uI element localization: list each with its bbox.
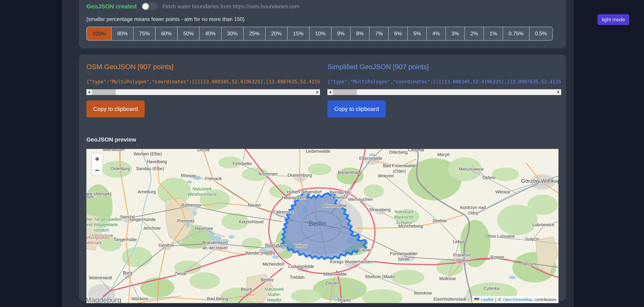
percent-button-100%[interactable]: 100% [87, 27, 111, 40]
svg-text:Zossen: Zossen [325, 280, 340, 286]
svg-text:Strausberg: Strausberg [369, 207, 390, 212]
scroll-left-icon[interactable] [86, 89, 92, 95]
openstreetmap-link[interactable]: OpenStreetMap [503, 297, 533, 302]
svg-text:Genthin: Genthin [158, 243, 174, 248]
zoom-in-button[interactable]: + [92, 153, 102, 164]
percent-button-1%[interactable]: 1% [484, 27, 503, 40]
svg-text:Oderberg: Oderberg [389, 150, 408, 155]
percent-button-60%[interactable]: 60% [155, 27, 177, 40]
svg-text:Rathenow: Rathenow [181, 202, 201, 208]
svg-text:Rhinow: Rhinow [181, 173, 196, 178]
svg-text:Hennigsdorf: Hennigsdorf [282, 195, 306, 200]
percent-button-20%[interactable]: 20% [265, 27, 287, 40]
simplified-copy-button[interactable]: Copy to clipboard [328, 100, 386, 117]
percent-button-9%[interactable]: 9% [331, 27, 350, 40]
ukraine-flag-icon [474, 298, 479, 301]
percent-button-80%[interactable]: 80% [111, 27, 133, 40]
svg-text:Berlin: Berlin [309, 220, 326, 227]
toggle-knob [142, 3, 149, 10]
osm-code-scrollbar[interactable] [86, 89, 320, 95]
svg-text:Teupitz: Teupitz [337, 297, 351, 302]
svg-text:Müncheberg: Müncheberg [398, 224, 423, 228]
svg-text:Werneuchen: Werneuchen [348, 197, 373, 202]
svg-text:ark (Altmark): ark (Altmark) [86, 191, 112, 196]
status-text: GeoJSON created [86, 3, 137, 10]
scrollbar-thumb[interactable] [92, 89, 116, 95]
scroll-right-icon[interactable] [315, 89, 320, 95]
osm-copy-button[interactable]: Copy to clipboard [86, 100, 145, 117]
percent-button-0.75%[interactable]: 0.75% [503, 27, 529, 40]
svg-text:Wriezen: Wriezen [378, 173, 394, 178]
svg-text:Potsdam: Potsdam [265, 242, 286, 249]
svg-text:Mittenwalde: Mittenwalde [323, 272, 347, 276]
scroll-right-icon[interactable] [556, 89, 561, 95]
svg-text:Möckern: Möckern [131, 296, 148, 301]
scrollbar-thumb[interactable] [333, 89, 357, 95]
svg-text:Hohen Neuendorf: Hohen Neuendorf [287, 189, 322, 194]
percent-button-7%[interactable]: 7% [369, 27, 388, 40]
svg-text:Michendorf: Michendorf [262, 262, 284, 266]
svg-text:Rzepin: Rzepin [490, 254, 504, 260]
svg-text:Bad Belzig: Bad Belzig [207, 296, 228, 301]
svg-text:Storkow (Mark): Storkow (Mark) [365, 274, 395, 279]
percent-button-4%[interactable]: 4% [426, 27, 446, 40]
svg-text:Tangerhütte: Tangerhütte [114, 237, 136, 242]
preview-label: GeoJSON preview [86, 136, 566, 143]
svg-text:Cedynia: Cedynia [408, 149, 424, 152]
percent-button-5%[interactable]: 5% [407, 27, 426, 40]
svg-text:Königs Wusterhausen: Königs Wusterhausen [330, 259, 373, 264]
simplified-code-scrollbar[interactable] [328, 89, 561, 95]
percent-button-15%[interactable]: 15% [287, 27, 309, 40]
zoom-out-button[interactable]: − [92, 164, 102, 176]
percent-button-10%[interactable]: 10% [309, 27, 331, 40]
settings-panel: GeoJSON created Fetch water boundaries f… [79, 0, 566, 48]
geojson-preview-map[interactable]: seeSeehausenWerben (Elbe)HavelbergOsterb… [86, 149, 558, 303]
attribution-separator: | [495, 297, 496, 302]
svg-text:Nauen: Nauen [248, 202, 261, 208]
water-boundaries-toggle[interactable] [142, 2, 158, 10]
percent-button-50%[interactable]: 50% [177, 27, 199, 40]
svg-text:Trebbin: Trebbin [290, 275, 304, 280]
svg-text:Ketzin/Havel: Ketzin/Havel [239, 219, 264, 224]
svg-text:Oranienburg: Oranienburg [288, 172, 312, 178]
svg-text:Cybinka: Cybinka [484, 286, 500, 291]
svg-text:Wolmirstedt: Wolmirstedt [89, 275, 112, 280]
svg-text:Jerichow: Jerichow [143, 226, 160, 230]
contributors-text: contributors [534, 297, 556, 302]
percent-button-0.5%[interactable]: 0.5% [529, 27, 552, 40]
svg-text:Ośno Lubuskie: Ośno Lubuskie [486, 234, 515, 239]
light-mode-button[interactable]: light mode [598, 14, 629, 25]
svg-text:Ludwigsfelde: Ludwigsfelde [288, 264, 314, 269]
leaflet-link[interactable]: Leaflet [481, 297, 494, 302]
svg-text:Sandau (Elbe): Sandau (Elbe) [136, 166, 164, 171]
content-wrapper: GeoJSON created Fetch water boundaries f… [62, 0, 574, 307]
svg-text:Beeskow: Beeskow [414, 290, 432, 296]
svg-text:Seehausen: Seehausen [102, 149, 124, 152]
percent-button-25%[interactable]: 25% [243, 27, 265, 40]
percent-group: 100%80%75%60%50%40%30%25%20%15%10%9%8%7%… [86, 27, 553, 40]
svg-text:Witnica: Witnica [495, 189, 510, 194]
map-attribution: Leaflet | © OpenStreetMap contributors [472, 296, 558, 303]
svg-text:Premnitz: Premnitz [177, 218, 195, 224]
scroll-left-icon[interactable] [328, 89, 332, 95]
simplified-geojson-title: Simplified GeoJSON [907 points] [328, 63, 561, 71]
svg-text:Beelitz: Beelitz [261, 277, 274, 282]
percent-button-6%[interactable]: 6% [388, 27, 407, 40]
svg-text:Havelberg: Havelberg [147, 159, 167, 164]
copyright-symbol: © [498, 297, 501, 302]
percent-button-40%[interactable]: 40% [199, 27, 221, 40]
svg-text:Ahrensfelde: Ahrensfelde [323, 203, 347, 208]
svg-text:Moryń: Moryń [437, 152, 450, 157]
percent-button-75%[interactable]: 75% [133, 27, 155, 40]
svg-text:Magdeburg: Magdeburg [86, 296, 121, 303]
percent-button-3%[interactable]: 3% [446, 27, 465, 40]
percent-button-8%[interactable]: 8% [350, 27, 369, 40]
svg-text:Gorzów Wielkopolski: Gorzów Wielkopolski [521, 178, 558, 184]
svg-text:Werder (Havel): Werder (Havel) [245, 250, 275, 256]
percent-button-30%[interactable]: 30% [221, 27, 243, 40]
map-zoom-control: + − [92, 153, 103, 176]
svg-text:Liebenwalde: Liebenwalde [306, 149, 330, 154]
svg-text:Tangermünde: Tangermünde [129, 217, 156, 222]
percent-button-2%[interactable]: 2% [464, 27, 484, 40]
svg-text:Eberswalde: Eberswalde [359, 156, 382, 161]
